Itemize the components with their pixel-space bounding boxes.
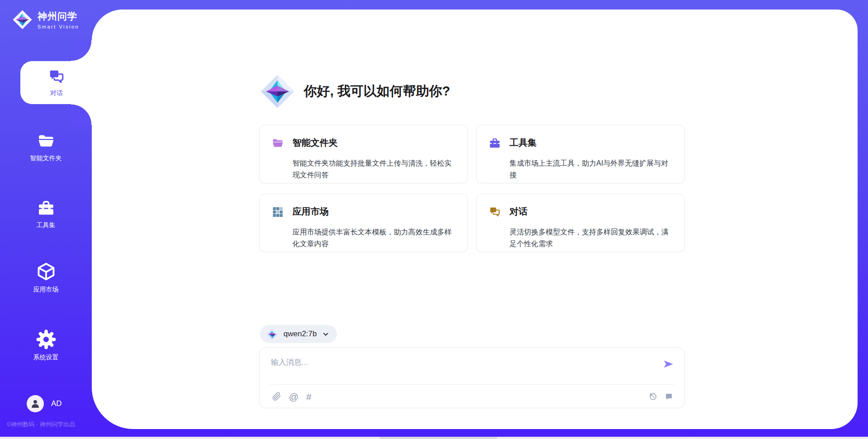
card-description: 智能文件夹功能支持批量文件上传与清洗，轻松实现文件问答: [292, 157, 456, 183]
brand-name: 神州问学: [38, 10, 79, 23]
chat-bubbles-icon: [48, 68, 65, 86]
brand-diamond-icon: [12, 9, 33, 30]
horizontal-scrollbar[interactable]: [0, 437, 868, 439]
app-window: 神州问学 Smart Vision 对话 智能文件夹 工具集: [0, 0, 868, 439]
sidebar-item-label: 智能文件夹: [30, 154, 62, 162]
card-app-market[interactable]: 应用市场 应用市场提供丰富长文本模板，助力高效生成多样化文章内容: [259, 194, 468, 252]
brand-subtitle: Smart Vision: [38, 24, 79, 29]
sidebar-item-app-market[interactable]: 应用市场: [0, 262, 92, 294]
toolbox-icon: [37, 199, 55, 217]
sidebar-item-toolset[interactable]: 工具集: [0, 199, 92, 229]
gear-icon: [36, 329, 56, 349]
card-title: 工具集: [509, 137, 673, 153]
model-name: qwen2:7b: [283, 329, 317, 339]
composer-toolbar: @ #: [272, 385, 674, 408]
send-icon[interactable]: [662, 358, 675, 372]
message-input[interactable]: [271, 357, 646, 381]
comment-bubble-icon[interactable]: [664, 392, 674, 401]
card-title: 应用市场: [292, 205, 456, 222]
card-description: 应用市场提供丰富长文本模板，助力高效生成多样化文章内容: [292, 226, 456, 252]
greeting-title: 你好, 我可以如何帮助你?: [304, 82, 450, 100]
sidebar-item-settings[interactable]: 系统设置: [0, 329, 92, 362]
card-title: 对话: [509, 205, 673, 222]
folder-icon: [272, 137, 292, 153]
message-composer: @ #: [259, 348, 685, 408]
mention-icon[interactable]: @: [289, 392, 298, 401]
hashtag-icon[interactable]: #: [306, 392, 311, 401]
model-selector[interactable]: qwen2:7b: [260, 325, 337, 343]
avatar: [27, 395, 44, 412]
card-description: 集成市场上主流工具，助力AI与外界无缝扩展与对接: [509, 157, 673, 183]
sidebar-item-label: 对话: [50, 89, 63, 97]
sidebar-item-label: 系统设置: [33, 353, 59, 362]
toolbox-icon: [489, 137, 509, 153]
history-icon[interactable]: [648, 392, 657, 401]
tab-connector-bottom: [71, 104, 92, 125]
chevron-down-icon: [322, 330, 330, 338]
card-chat[interactable]: 对话 灵活切换多模型文件，支持多样回复效果调试，满足个性化需求: [476, 194, 685, 252]
card-toolset[interactable]: 工具集 集成市场上主流工具，助力AI与外界无缝扩展与对接: [476, 125, 685, 183]
sidebar-item-label: 工具集: [37, 221, 56, 229]
chat-bubbles-icon: [489, 206, 509, 222]
model-diamond-icon: [266, 328, 278, 340]
tab-connector-top: [71, 40, 92, 61]
attachment-icon[interactable]: [272, 392, 281, 401]
cube-icon: [36, 262, 56, 282]
user-name: AD: [51, 399, 62, 408]
sidebar-item-smart-folder[interactable]: 智能文件夹: [0, 132, 92, 162]
card-smart-folder[interactable]: 智能文件夹 智能文件夹功能支持批量文件上传与清洗，轻松实现文件问答: [259, 125, 468, 183]
main-content: 你好, 我可以如何帮助你? 智能文件夹 智能文件夹功能支持批量文件上传与清洗，轻…: [259, 10, 685, 429]
folder-icon: [37, 132, 55, 150]
greeting-diamond-icon: [259, 73, 296, 110]
brand-logo[interactable]: 神州问学 Smart Vision: [12, 9, 79, 30]
main-panel: 你好, 我可以如何帮助你? 智能文件夹 智能文件夹功能支持批量文件上传与清洗，轻…: [92, 10, 858, 429]
feature-cards: 智能文件夹 智能文件夹功能支持批量文件上传与清洗，轻松实现文件问答 工具集 集成…: [259, 125, 685, 252]
user-account[interactable]: AD: [27, 395, 62, 412]
grid-icon: [272, 206, 292, 222]
copyright-footer: ©神州数码 · 神州问学出品: [7, 420, 75, 429]
card-description: 灵活切换多模型文件，支持多样回复效果调试，满足个性化需求: [509, 226, 673, 252]
scrollbar-thumb[interactable]: [380, 437, 497, 439]
greeting: 你好, 我可以如何帮助你?: [259, 73, 450, 110]
card-title: 智能文件夹: [292, 137, 456, 153]
sidebar-item-label: 应用市场: [33, 286, 59, 294]
sidebar-item-chat[interactable]: 对话: [20, 61, 93, 104]
